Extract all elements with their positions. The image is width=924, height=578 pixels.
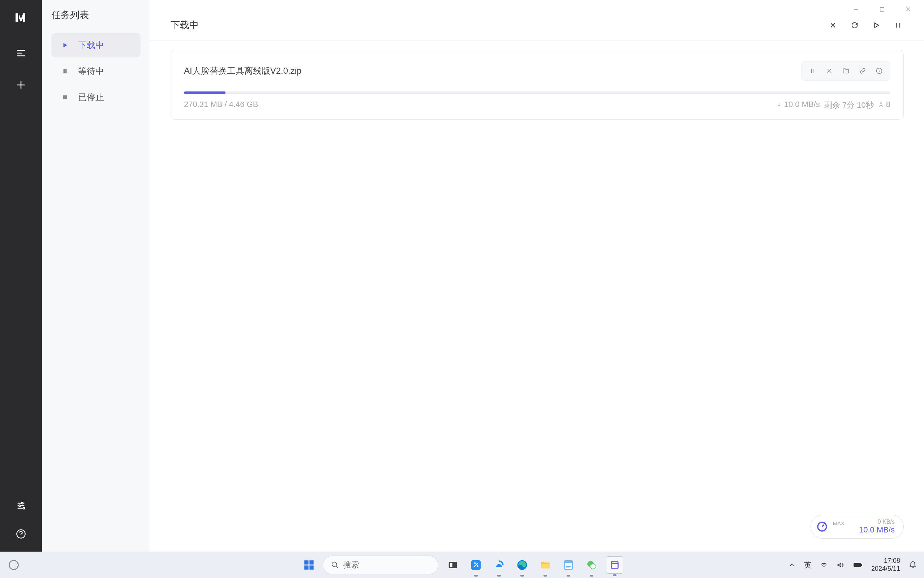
downloads-list: AI人脸替换工具离线版V2.0.zip [150,41,924,129]
svg-rect-20 [541,564,550,568]
settings-button[interactable] [10,495,31,516]
svg-point-24 [590,564,596,568]
taskbar-app-wechat[interactable] [583,556,600,574]
taskbar-search[interactable]: 搜索 [323,555,438,575]
size-info: 270.31 MB / 4.46 GB [184,100,776,110]
pause-all-button[interactable] [892,19,904,31]
tray-clock[interactable]: 17:08 2024/5/11 [868,557,903,573]
minimize-button[interactable] [843,3,869,16]
tray-chevron-icon[interactable] [785,559,798,571]
svg-rect-14 [309,565,313,569]
tray-battery-icon[interactable] [850,559,866,571]
add-task-button[interactable] [10,75,31,96]
nav-sidebar [0,0,42,552]
taskbar-app-1[interactable] [467,556,485,574]
speed-max-label: MAX [833,519,845,526]
svg-point-2 [23,508,25,509]
tray-volume-icon[interactable] [834,559,848,571]
sidebar-item-label: 已停止 [78,91,104,103]
svg-rect-13 [304,565,308,569]
svg-point-6 [880,103,881,104]
sidebar-item-waiting[interactable]: 等待中 [51,59,141,83]
remove-button[interactable] [823,64,836,77]
svg-rect-27 [861,564,862,566]
sidebar-item-stopped[interactable]: 已停止 [51,85,141,110]
refresh-button[interactable] [849,19,861,31]
tray-time: 17:08 [871,557,900,565]
eta-info: 剩余 7分 10秒 [824,100,874,110]
download-item[interactable]: AI人脸替换工具离线版V2.0.zip [170,50,904,120]
connections-info: 8 [878,100,890,110]
taskbar-app-explorer[interactable] [537,556,554,574]
resume-all-button[interactable] [871,19,882,31]
svg-rect-11 [304,560,308,564]
file-name: AI人脸替换工具离线版V2.0.zip [184,65,801,76]
play-icon [61,41,70,50]
svg-rect-12 [309,560,313,564]
sidebar-title: 任务列表 [42,9,150,33]
tray-ime[interactable]: 英 [801,558,814,572]
speed-info: 10.0 MB/s [776,100,820,110]
taskbar-left-icon[interactable] [6,558,21,572]
sidebar-item-downloading[interactable]: 下载中 [51,33,141,57]
tray-wifi-icon[interactable] [817,559,831,571]
main-header: 下载中 [150,0,924,41]
taskbar: 搜索 英 [0,552,924,578]
stop-icon [61,93,70,102]
window-controls [843,3,921,16]
sidebar-item-label: 等待中 [78,65,104,77]
speed-up: 0 KB/s [859,519,895,525]
taskbar-app-current[interactable] [606,556,623,574]
item-actions [801,61,890,81]
taskbar-app-notepad[interactable] [560,556,577,574]
svg-rect-16 [449,562,457,568]
svg-rect-22 [564,561,572,563]
svg-point-15 [332,562,336,567]
svg-rect-26 [854,563,861,567]
progress-bar [184,91,890,94]
info-button[interactable] [873,64,886,77]
speed-widget[interactable]: MAX 0 KB/s 10.0 MB/s [811,515,904,539]
help-button[interactable] [10,523,31,544]
tray-notifications-icon[interactable] [906,559,920,571]
open-folder-button[interactable] [840,64,853,77]
sidebar-item-label: 下载中 [78,39,104,51]
search-placeholder: 搜索 [343,560,359,570]
taskbar-app-2[interactable] [490,556,508,574]
copy-link-button[interactable] [856,64,869,77]
svg-rect-4 [880,8,884,11]
taskbar-app-taskview[interactable] [444,556,462,574]
speed-down: 10.0 MB/s [859,525,895,535]
pause-icon [61,67,70,76]
svg-point-1 [19,505,21,507]
speedometer-icon [815,520,829,534]
main-panel: 下载中 AI人脸替换工具离线版V2.0.zip [150,0,924,552]
task-sidebar: 任务列表 下载中 等待中 已停止 [42,0,150,552]
start-button[interactable] [301,557,317,573]
clear-all-button[interactable] [827,19,839,31]
menu-button[interactable] [10,43,31,63]
svg-rect-17 [450,563,452,567]
page-title: 下载中 [170,19,827,31]
tray-date: 2024/5/11 [871,565,900,573]
pause-button[interactable] [806,64,819,77]
maximize-button[interactable] [869,3,895,16]
close-window-button[interactable] [895,3,921,16]
app-logo [14,11,28,24]
svg-rect-25 [611,562,618,568]
taskbar-app-edge[interactable] [514,556,531,574]
progress-fill [184,91,225,94]
svg-point-0 [21,502,23,504]
